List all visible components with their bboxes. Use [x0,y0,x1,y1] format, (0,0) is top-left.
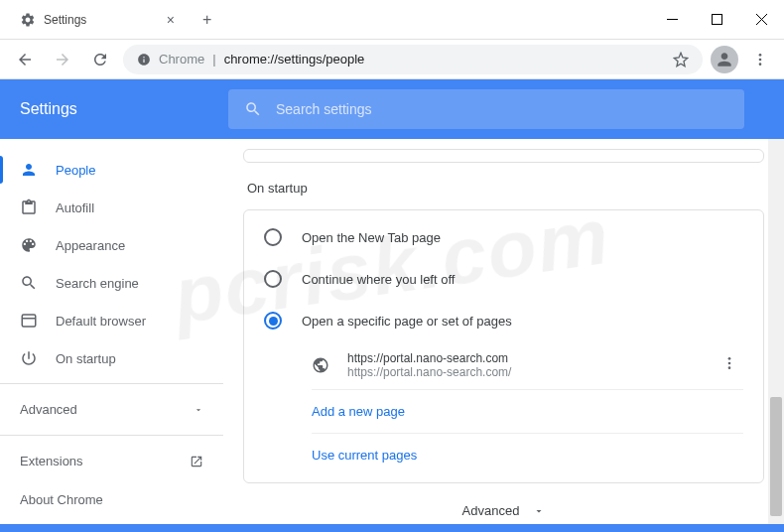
globe-icon [312,356,329,374]
sidebar-extensions[interactable]: Extensions [0,442,223,480]
settings-header: Settings [0,79,784,139]
section-title: On startup [243,181,764,196]
new-tab-button[interactable]: + [195,7,219,33]
radio-specific-page[interactable]: Open a specific page or set of pages [244,300,763,341]
add-new-page-link[interactable]: Add a new page [244,390,763,433]
startup-page-entry: https://portal.nano-search.com https://p… [244,341,763,389]
sidebar-label: Autofill [56,200,94,215]
advanced-label: Advanced [20,402,77,417]
minimize-button[interactable] [650,4,695,36]
radio-new-tab[interactable]: Open the New Tab page [244,216,763,258]
bookmark-star-icon[interactable] [673,52,689,67]
svg-rect-1 [713,15,722,25]
sidebar-label: Default browser [56,314,146,329]
radio-icon [264,312,282,330]
profile-avatar[interactable] [711,46,738,73]
startup-card: Open the New Tab page Continue where you… [243,209,764,483]
radio-continue[interactable]: Continue where you left off [244,258,763,300]
sidebar-label: Search engine [56,276,139,291]
sidebar-item-search-engine[interactable]: Search engine [0,264,223,302]
sidebar-label: People [56,163,95,178]
sidebar-item-default-browser[interactable]: Default browser [0,302,223,339]
use-current-pages-link[interactable]: Use current pages [244,434,763,476]
browser-tab[interactable]: Settings × [8,2,187,37]
url-box[interactable]: Chrome | chrome://settings/people [123,45,703,74]
search-input[interactable] [276,101,728,117]
url-text: chrome://settings/people [224,52,365,66]
reload-button[interactable] [85,45,115,74]
page-title: https://portal.nano-search.com [347,351,698,365]
forward-button[interactable] [48,45,77,74]
about-label: About Chrome [20,492,103,507]
clipboard-icon [20,199,38,216]
window-titlebar: Settings × + [0,0,784,40]
sidebar-item-on-startup[interactable]: On startup [0,339,223,377]
sidebar-label: On startup [56,351,116,366]
advanced-label: Advanced [462,503,520,518]
search-settings-box[interactable] [228,89,744,129]
maximize-button[interactable] [695,4,739,36]
svg-point-3 [759,58,762,61]
page-title: Settings [20,100,189,118]
previous-card-edge [243,149,764,163]
info-icon [137,53,151,66]
search-icon [20,274,38,292]
sidebar-label: Appearance [56,238,125,253]
gear-icon [20,12,36,28]
search-icon [244,100,262,118]
radio-label: Open the New Tab page [302,230,441,245]
sidebar-item-people[interactable]: People [0,151,223,189]
url-prefix: Chrome [159,52,204,66]
scrollbar[interactable] [768,139,784,528]
external-link-icon [190,455,203,468]
svg-point-4 [759,63,762,66]
sidebar-item-appearance[interactable]: Appearance [0,226,223,264]
sidebar-item-autofill[interactable]: Autofill [0,189,223,226]
svg-rect-5 [22,315,36,327]
person-icon [20,161,38,179]
sidebar-advanced[interactable]: Advanced [0,390,223,429]
svg-point-7 [728,357,731,360]
extensions-label: Extensions [20,454,83,468]
sidebar: People Autofill Appearance Search engine… [0,139,223,532]
power-icon [20,349,38,367]
page-url: https://portal.nano-search.com/ [347,365,698,379]
radio-label: Open a specific page or set of pages [302,314,512,329]
chevron-down-icon [194,405,203,415]
close-tab-icon[interactable]: × [167,12,175,28]
url-separator: | [212,52,215,66]
window-controls [650,4,784,36]
browser-icon [20,312,38,330]
scrollbar-thumb[interactable] [770,397,782,516]
divider [0,435,223,436]
back-button[interactable] [10,45,40,74]
svg-point-8 [728,362,731,365]
page-menu-button[interactable] [716,349,743,381]
sidebar-about-chrome[interactable]: About Chrome [0,480,223,519]
chevron-down-icon [533,505,545,517]
svg-point-2 [759,54,762,57]
radio-icon [264,270,282,288]
content-area: On startup Open the New Tab page Continu… [223,139,784,532]
close-window-button[interactable] [739,4,784,36]
radio-label: Continue where you left off [302,272,455,287]
browser-menu-button[interactable] [746,46,774,73]
svg-point-9 [728,366,731,369]
radio-icon [264,228,282,246]
svg-rect-0 [667,19,678,20]
divider [0,383,223,384]
palette-icon [20,236,38,254]
address-bar: Chrome | chrome://settings/people [0,40,784,79]
bottom-border [0,524,784,532]
tab-title: Settings [44,13,86,27]
